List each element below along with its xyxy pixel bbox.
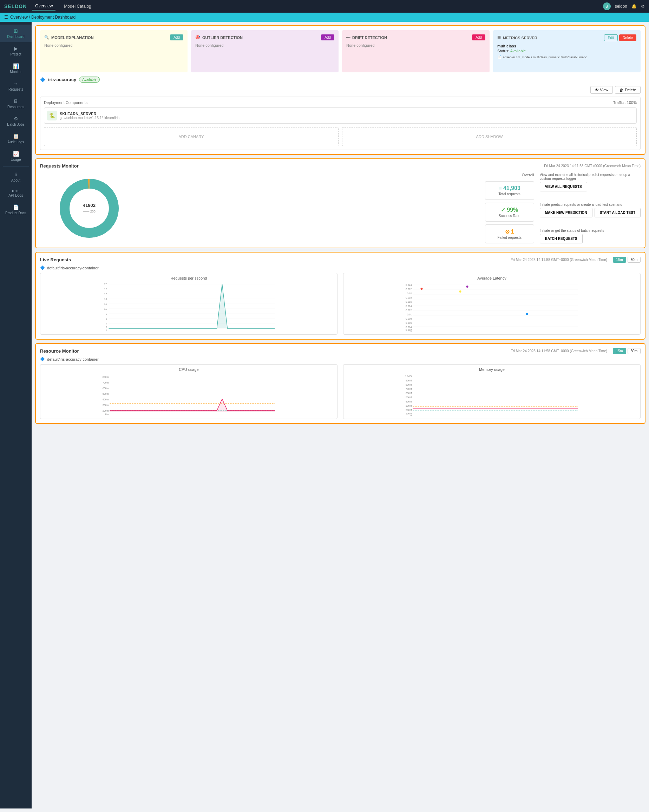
view-all-requests-desc: View and examine all historical predict … [540, 173, 641, 180]
deployment-view-button[interactable]: 👁 View [590, 86, 613, 94]
new-prediction-desc: Initiate predict requests or create a lo… [540, 203, 641, 206]
predict-icon: ▶ [14, 46, 18, 51]
sidebar-item-monitor[interactable]: 📊 Monitor [0, 60, 32, 77]
outlier-detection-icon: 🎯 [195, 35, 200, 40]
outlier-detection-add-button[interactable]: Add [321, 34, 334, 40]
add-canary-button[interactable]: ADD CANARY [44, 127, 339, 146]
sidebar: ⊞ Dashboard ▶ Predict 📊 Monitor ↔ Reques… [0, 22, 32, 809]
requests-monitor-header: Requests Monitor Fri Mar 24 2023 14:11:5… [40, 163, 641, 169]
requests-per-second-chart: Requests per second 20 18 16 14 12 10 8 … [40, 273, 337, 335]
failed-requests-stat: ⊗ 1 Failed requests [485, 224, 534, 243]
svg-text:14:09:00: 14:09:00 [237, 331, 249, 331]
metrics-server-info: multiclass Status: Available 📄 adserver.… [497, 44, 636, 59]
svg-point-57 [466, 285, 469, 288]
metrics-server-name: multiclass [497, 44, 636, 48]
metrics-server-edit-button[interactable]: Edit [604, 34, 618, 41]
settings-icon[interactable]: ⚙ [641, 4, 645, 9]
trash-icon: 🗑 [620, 88, 623, 92]
notification-icon[interactable]: 🔔 [631, 4, 637, 9]
file-icon: 📄 [497, 55, 501, 59]
svg-text:14:06:00: 14:06:00 [509, 331, 520, 331]
svg-text:600M: 600M [406, 392, 412, 394]
resource-charts-grid: CPU usage 800m 700m 600m 500m 400m 300m … [40, 364, 641, 419]
outlier-detection-card: 🎯 OUTLIER DETECTION Add None configured [191, 30, 339, 72]
svg-text:0.024: 0.024 [406, 284, 412, 286]
svg-text:13:57:00: 13:57:00 [415, 331, 426, 331]
live-requests-container-label: 🔷 default/iris-accuracy-container [40, 266, 641, 270]
metrics-server-icon: ☰ [497, 35, 501, 40]
svg-text:18: 18 [104, 288, 107, 291]
total-requests-stat: ≡ 41,903 Total requests [485, 181, 534, 200]
donut-container: 41902 —— 200 [58, 177, 121, 240]
tab-overview[interactable]: Overview [32, 2, 55, 11]
sidebar-label-resources: Resources [8, 105, 24, 109]
sidebar-item-audit-logs[interactable]: 📋 Audit Logs [0, 130, 32, 148]
view-all-requests-button[interactable]: VIEW ALL REQUESTS [540, 182, 587, 191]
server-name: SKLEARN_SERVER [60, 112, 119, 116]
model-explanation-icon: 🔍 [44, 35, 49, 40]
memory-usage-chart: Memory usage 1.00G 900M 800M 700M 600M 5… [343, 364, 641, 419]
model-explanation-add-button[interactable]: Add [170, 34, 183, 40]
svg-text:0m: 0m [105, 413, 109, 415]
traffic-label: Traffic : 100% [613, 101, 637, 105]
model-explanation-status: None configured [44, 43, 183, 47]
metrics-server-card: ☰ METRICS SERVER Edit Delete multiclass … [493, 30, 641, 72]
sidebar-item-predict[interactable]: ▶ Predict [0, 42, 32, 60]
tab-model-catalog[interactable]: Model Catalog [61, 3, 94, 10]
outlier-detection-status: None configured [195, 43, 334, 47]
svg-text:700M: 700M [406, 388, 412, 390]
start-load-test-button[interactable]: START A LOAD TEST [594, 208, 641, 217]
live-requests-card: Live Requests Fri Mar 24 2023 14:11:58 G… [35, 252, 646, 340]
resource-time-30m-button[interactable]: 30m [628, 348, 641, 354]
container-cube-icon: 🔷 [40, 266, 45, 270]
hamburger-icon[interactable]: ☰ [4, 15, 8, 20]
sidebar-item-api-docs[interactable]: HTTP API Docs [0, 186, 32, 201]
deployment-delete-button[interactable]: 🗑 Delete [615, 86, 641, 94]
view-delete-row: 👁 View 🗑 Delete [40, 86, 641, 94]
svg-text:0.014: 0.014 [406, 305, 412, 307]
metrics-file-name: adserver.cm_models.multiclass_numeric.Mu… [503, 55, 587, 59]
canary-shadow-row: ADD CANARY ADD SHADOW [44, 127, 637, 146]
sidebar-label-product-docs: Product Docs [5, 211, 26, 215]
svg-text:4: 4 [106, 322, 107, 325]
app-layout: ⊞ Dashboard ▶ Predict 📊 Monitor ↔ Reques… [0, 22, 649, 809]
requests-monitor-timestamp: Fri Mar 24 2023 14:11:58 GMT+0000 (Green… [544, 164, 641, 168]
sidebar-item-resources[interactable]: 🖥 Resources [0, 95, 32, 112]
live-requests-charts-grid: Requests per second 20 18 16 14 12 10 8 … [40, 273, 641, 335]
total-requests-label: Total requests [490, 192, 529, 196]
drift-detection-card: 〰 DRIFT DETECTION Add None configured [342, 30, 490, 72]
sidebar-item-batch-jobs[interactable]: ⚙ Batch Jobs [0, 112, 32, 130]
sidebar-item-requests[interactable]: ↔ Requests [0, 77, 32, 95]
sidebar-item-dashboard[interactable]: ⊞ Dashboard [0, 24, 32, 42]
deployment-status-badge: Available [79, 76, 99, 82]
metrics-server-delete-button[interactable]: Delete [619, 34, 636, 41]
metrics-server-btn-group: Edit Delete [604, 34, 636, 41]
memory-chart-title: Memory usage [346, 367, 637, 372]
time-15m-button[interactable]: 15m [613, 257, 626, 263]
svg-text:300m: 300m [102, 404, 109, 406]
drift-detection-add-button[interactable]: Add [472, 34, 486, 40]
batch-requests-button[interactable]: BATCH REQUESTS [540, 234, 583, 243]
user-avatar: S [603, 3, 611, 10]
deployment-model-name: iris-accuracy [48, 77, 76, 82]
make-new-prediction-button[interactable]: MAKE NEW PREDICTION [540, 208, 592, 217]
sidebar-item-usage[interactable]: 📈 Usage [0, 148, 32, 165]
svg-text:0: 0 [411, 331, 412, 331]
sidebar-label-about: About [11, 179, 20, 182]
rps-chart-title: Requests per second [43, 276, 334, 280]
resource-time-15m-button[interactable]: 15m [613, 348, 626, 354]
resource-monitor-header: Resource Monitor Fri Mar 24 2023 14:11:5… [40, 348, 641, 354]
add-shadow-button[interactable]: ADD SHADOW [342, 127, 637, 146]
batch-jobs-icon: ⚙ [14, 116, 18, 122]
new-prediction-section: Initiate predict requests or create a lo… [540, 203, 641, 217]
sidebar-item-product-docs[interactable]: 📄 Product Docs [0, 201, 32, 218]
drift-detection-icon: 〰 [346, 35, 350, 40]
time-30m-button[interactable]: 30m [628, 257, 641, 263]
live-requests-header: Live Requests Fri Mar 24 2023 14:11:58 G… [40, 257, 641, 263]
svg-text:0: 0 [106, 328, 107, 331]
svg-point-58 [526, 313, 528, 315]
server-item: 🐍 SKLEARN_SERVER gs://seldon-models/v1.1… [44, 107, 637, 124]
svg-text:0.016: 0.016 [406, 301, 412, 303]
sidebar-item-about[interactable]: ℹ About [0, 168, 32, 186]
breadcrumb-bar: ☰ Overview / Deployment Dashboard [0, 13, 649, 22]
